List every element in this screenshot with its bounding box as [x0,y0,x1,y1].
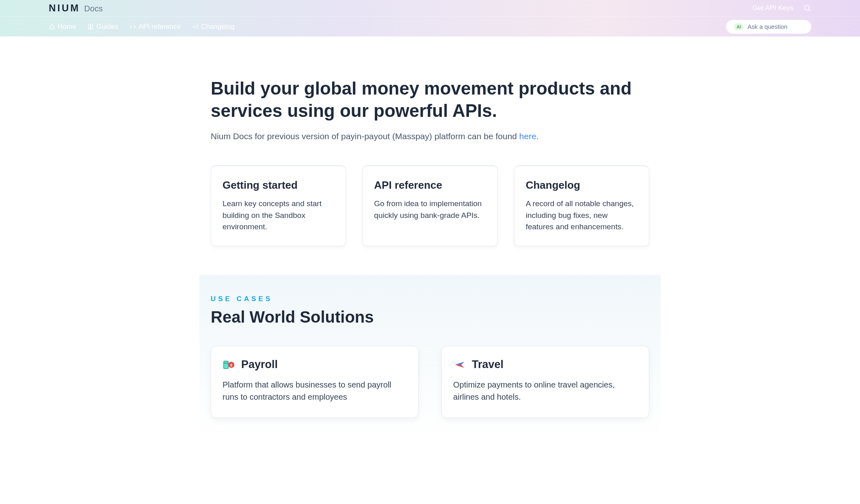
svg-line-1 [809,10,810,11]
hero-subtitle-suffix: . [536,131,539,141]
nav-item-guides[interactable]: Guides [87,23,118,31]
payroll-icon: $ [223,358,236,371]
search-icon[interactable] [803,4,811,12]
card-title: API reference [374,179,486,192]
svg-text:$: $ [230,363,233,367]
use-case-card-travel[interactable]: Travel Optimize payments to online trave… [441,346,649,418]
nav-label: Changelog [201,23,234,31]
use-case-title: Payroll [241,358,278,371]
ask-placeholder: Ask a question [748,23,787,30]
card-getting-started[interactable]: Getting started Learn key concepts and s… [211,166,346,246]
use-case-title: Travel [472,358,503,371]
home-icon [49,24,55,30]
card-changelog[interactable]: Changelog A record of all notable change… [514,166,649,246]
card-api-reference[interactable]: API reference Go from idea to implementa… [362,166,497,246]
use-case-desc: Optimize payments to online travel agenc… [453,379,637,403]
use-case-desc: Platform that allows businesses to send … [223,379,407,403]
use-cases-title: Real World Solutions [211,308,649,326]
use-cases-label: USE CASES [211,295,649,303]
nav-label: Home [58,23,76,31]
nav-bar: Home Guides API reference [0,16,860,37]
logo-text: NIUM [49,2,80,14]
nav-item-api-reference[interactable]: API reference [130,23,181,31]
card-desc: Go from idea to implementation quickly u… [374,198,486,221]
ai-badge: AI [734,23,743,30]
cards-row: Getting started Learn key concepts and s… [211,166,649,246]
nav-label: Guides [96,23,118,31]
nav-items: Home Guides API reference [49,23,234,31]
card-desc: Learn key concepts and start building on… [223,198,334,233]
hero-subtitle-prefix: Nium Docs for previous version of payin-… [211,131,519,141]
hero-subtitle-link[interactable]: here [519,131,536,141]
use-case-header: $ Payroll [223,358,407,371]
hero-subtitle: Nium Docs for previous version of payin-… [211,131,649,141]
megaphone-icon [192,24,199,30]
logo[interactable]: NIUM Docs [49,2,103,14]
nav-label: API reference [138,23,181,31]
top-bar: NIUM Docs Get API Keys [0,0,860,16]
use-case-cards: $ Payroll Platform that allows businesse… [211,346,649,418]
use-case-header: Travel [453,358,637,371]
use-case-card-payroll[interactable]: $ Payroll Platform that allows businesse… [211,346,419,418]
svg-rect-2 [224,361,228,368]
use-cases-section: USE CASES Real World Solutions $ Payroll [199,275,661,438]
main-content: Build your global money movement product… [211,37,649,438]
hero-title: Build your global money movement product… [211,77,649,122]
code-icon [130,24,136,30]
ask-question-button[interactable]: AI Ask a question [726,20,811,34]
card-title: Changelog [526,179,637,192]
card-desc: A record of all notable changes, includi… [526,198,637,233]
book-icon [87,24,94,30]
nav-item-home[interactable]: Home [49,23,76,31]
card-title: Getting started [223,179,334,192]
get-api-keys-link[interactable]: Get API Keys [752,4,793,12]
travel-icon [453,358,466,371]
svg-rect-3 [225,362,226,364]
svg-rect-4 [226,362,227,364]
nav-item-changelog[interactable]: Changelog [192,23,234,31]
svg-point-0 [804,5,809,10]
top-right: Get API Keys [752,4,811,12]
logo-subtext: Docs [84,4,103,13]
